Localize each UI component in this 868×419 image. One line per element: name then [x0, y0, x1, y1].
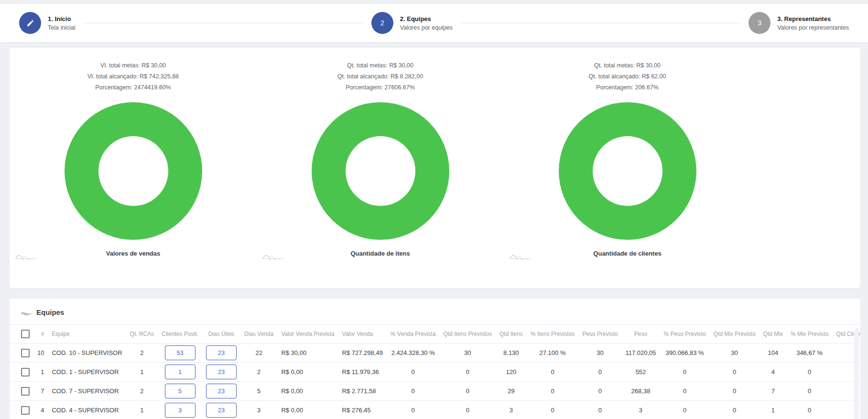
cell-qt-rcas: 1 — [126, 363, 158, 382]
cell-itens-previstos: 27.100 % — [527, 344, 579, 363]
cell-clientes-posit: 53 — [158, 344, 202, 363]
stat-porcentagem: Porcentagem: 2474419.60% — [10, 82, 257, 93]
column-header-qtd-mix[interactable]: Qtd Mix — [760, 325, 787, 344]
cell-equipe: COD. 7 - SUPERVISOR — [48, 382, 126, 401]
select-all-checkbox[interactable] — [21, 330, 30, 338]
clientes-posit-value-button[interactable]: 5 — [165, 384, 195, 398]
stat-total-alcancado: Vl. total alcançado: R$ 742.325,88 — [10, 71, 257, 82]
column-header-clientes-posit[interactable]: Clientes Posit. — [158, 325, 202, 344]
cell-qtd-itens-previstos: 0 — [440, 401, 496, 419]
column-header-venda-prevista[interactable]: % Venda Prevista — [387, 325, 440, 344]
clientes-posit-value-button[interactable]: 3 — [165, 403, 195, 418]
step-connector — [461, 23, 740, 23]
cell-valor-venda-prevista: R$ 0,00 — [277, 382, 338, 401]
cell-qtd-itens: 8.130 — [496, 344, 527, 363]
table-row: 4COD. 4 - SUPERVISOR13233R$ 0,00R$ 276,4… — [10, 401, 860, 419]
step-connector — [84, 23, 363, 23]
cell-checkbox — [10, 401, 33, 419]
cell-peso-previsto: 0 — [660, 401, 710, 419]
clientes-posit-value-button[interactable]: 1 — [165, 365, 195, 379]
stat-total-alcancado: Qt. total alcançado: R$ 62,00 — [504, 71, 751, 82]
cell-qtd-mix-previsto: 30 — [710, 344, 760, 363]
column-header-mix-previsto[interactable]: % Mix Previsto — [787, 325, 832, 344]
row-checkbox[interactable] — [21, 387, 30, 396]
row-checkbox[interactable] — [21, 406, 30, 415]
dias-teis-value-button[interactable]: 23 — [206, 384, 237, 398]
cell-clientes-posit: 3 — [158, 401, 202, 419]
stat-total-alcancado: Qt. total alcançado: R$ 8.282,00 — [257, 71, 504, 82]
cell-venda-prevista: 2.424.328,30 % — [387, 344, 440, 363]
cell-peso: 117.020,05 — [621, 344, 660, 363]
donut-chart — [312, 102, 449, 240]
cell-venda-prevista: 0 — [387, 401, 440, 419]
row-checkbox[interactable] — [21, 349, 30, 357]
cell-peso-previsto: 0 — [578, 401, 621, 419]
cell-valor-venda: R$ 276,45 — [338, 401, 387, 419]
cell-qt-rcas: 2 — [126, 344, 158, 363]
column-header-dias-venda[interactable]: Dias Venda — [240, 325, 277, 344]
column-header-valor-venda[interactable]: Valor Venda — [338, 325, 387, 344]
cell-dias-venda: 3 — [240, 401, 277, 419]
stepper: 1. Início Tela inicial 2 2. Equipes Valo… — [0, 4, 868, 42]
cell-valor-venda-prevista: R$ 30,00 — [277, 344, 338, 363]
column-header-peso-previsto[interactable]: % Peso Previsto — [660, 325, 710, 344]
cell-dias-venda: 22 — [240, 344, 277, 363]
cell-valor-venda: R$ 11.979,36 — [338, 363, 387, 382]
column-header-qt-rcas[interactable]: Qt. RCAs — [126, 325, 158, 344]
stat-porcentagem: Porcentagem: 206.67% — [504, 82, 751, 93]
cell-itens-previstos: 0 — [527, 382, 579, 401]
cell-checkbox — [10, 344, 33, 363]
table-row: 1COD. 1 - SUPERVISOR11232R$ 0,00R$ 11.97… — [10, 363, 860, 382]
column-header-itens-previstos[interactable]: % Itens Previstos — [527, 325, 579, 344]
cell-equipe: COD. 10 - SUPERVISOR — [48, 344, 126, 363]
cell-col: 7 — [33, 382, 48, 401]
cell-peso-previsto: 0 — [578, 382, 621, 401]
cell-valor-venda-prevista: R$ 0,00 — [277, 363, 338, 382]
page: { "theme": { "accent_blue": "#3b58a7", "… — [0, 0, 868, 419]
column-header-peso[interactable]: Peso — [621, 325, 660, 344]
stat-total-metas: Qt. total metas: R$ 30,00 — [504, 60, 751, 71]
dias-teis-value-button[interactable]: 23 — [206, 365, 237, 379]
stat-total-metas: Qt. total metas: R$ 30,00 — [257, 60, 504, 71]
step-inicio[interactable]: 1. Início Tela inicial — [19, 12, 76, 34]
donut-chart — [559, 102, 696, 240]
column-header-dias-teis[interactable]: Dias Úteis — [202, 325, 240, 344]
cell-qtd-mix-previsto: 0 — [710, 401, 760, 419]
cell-itens-previstos: 0 — [527, 401, 579, 419]
chart-label: Quantidade de clientes — [504, 250, 751, 257]
cell-peso-previsto: 30 — [578, 344, 621, 363]
dias-teis-value-button[interactable]: 23 — [206, 403, 237, 418]
cell-valor-venda: R$ 727.298,49 — [338, 344, 387, 363]
cell-qtd-itens-previstos: 0 — [440, 363, 496, 382]
column-header-equipe[interactable]: Equipe — [48, 325, 126, 344]
column-header-qtd-itens[interactable]: Qtd Itens — [496, 325, 527, 344]
row-checkbox[interactable] — [21, 368, 30, 376]
cell-mix-previsto: 0 — [787, 382, 832, 401]
clientes-posit-value-button[interactable]: 53 — [165, 345, 195, 360]
chart-label: Valores de vendas — [10, 250, 257, 257]
cell-qtd-itens-previstos: 0 — [440, 382, 496, 401]
column-header-qtd-itens-previstos[interactable]: Qtd Itens Previstos — [440, 325, 496, 344]
table-vertical-scrollbar[interactable] — [854, 328, 859, 419]
step-equipes[interactable]: 2 2. Equipes Valores por equipes — [371, 12, 453, 34]
chart-footer: Quantidade de clientes — [504, 241, 751, 262]
column-header-col[interactable]: # — [33, 325, 48, 344]
sparkline-icon — [21, 309, 32, 316]
cell-mix-previsto: 0 — [787, 363, 832, 382]
cell-qtd-itens-previstos: 30 — [440, 344, 496, 363]
table-title-row: Equipes — [10, 299, 860, 324]
cell-qtd-itens: 3 — [496, 401, 527, 419]
step-representantes[interactable]: 3 3. Representantes Valores por represen… — [749, 12, 849, 34]
column-header-valor-venda-prevista[interactable]: Valor Venda Prevista — [277, 325, 338, 344]
table-row: 7COD. 7 - SUPERVISOR25235R$ 0,00R$ 2.771… — [10, 382, 860, 401]
stat-porcentagem: Porcentagem: 27606.67% — [257, 82, 504, 93]
charts-section: Vl. total metas: R$ 30,00 Vl. total alca… — [10, 48, 860, 288]
dias-teis-value-button[interactable]: 23 — [206, 345, 237, 360]
pencil-icon — [26, 19, 34, 27]
column-header-qtd-mix-previsto[interactable]: Qtd Mix Previsto — [710, 325, 760, 344]
column-header-checkbox — [10, 325, 33, 344]
cell-qtd-mix: 104 — [760, 344, 787, 363]
column-header-peso-previsto[interactable]: Peso Previsto — [578, 325, 621, 344]
cell-qtd-mix-previsto: 0 — [710, 363, 760, 382]
cell-checkbox — [10, 382, 33, 401]
